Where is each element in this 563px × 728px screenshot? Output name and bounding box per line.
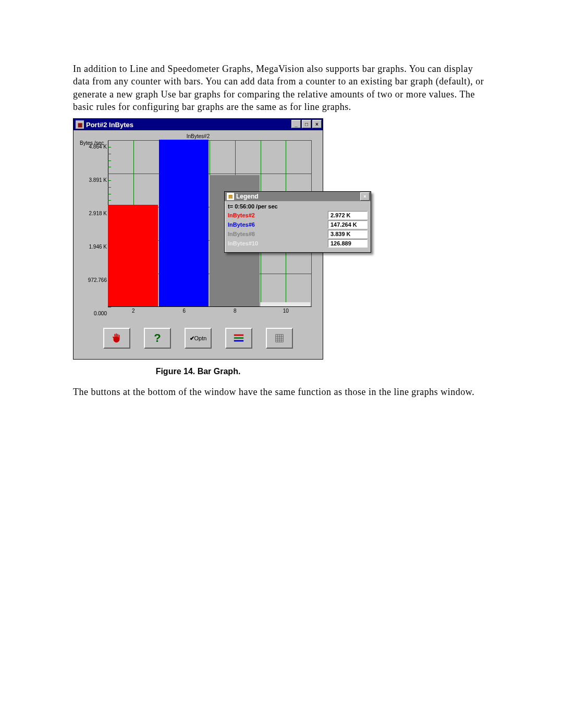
y-tick [108, 140, 111, 141]
y-axis: Bytes /sec 0.000972.7661.946 K2.918 K3.8… [78, 140, 108, 307]
legend-series-name: InBytes#6 [228, 221, 328, 228]
grid-button[interactable] [266, 328, 293, 349]
svg-rect-1 [234, 337, 243, 339]
legend-series-value: 3.839 K [328, 230, 368, 238]
x-tick-label: 2 [132, 308, 135, 314]
legend-app-icon: ▤ [227, 193, 234, 200]
grid-line-horizontal [108, 174, 311, 174]
legend-series-name: InBytes#2 [228, 212, 328, 218]
maximize-button[interactable]: □ [302, 120, 311, 128]
grid-line-horizontal [108, 140, 311, 141]
close-button[interactable]: × [312, 120, 322, 128]
hand-icon [111, 332, 123, 344]
legend-series-name: InBytes#8 [228, 231, 328, 237]
x-tick-label: 10 [283, 308, 289, 314]
legend-row: InBytes#6147.264 K [228, 220, 368, 229]
closing-paragraph: The buttons at the bottom of the window … [73, 386, 490, 398]
y-tick [108, 147, 111, 147]
y-tick [108, 194, 111, 194]
bar-InBytes#6 [159, 140, 209, 306]
y-tick [108, 200, 111, 201]
window-controls: _ □ × [290, 120, 323, 129]
legend-row: InBytes#83.839 K [228, 229, 368, 239]
options-button[interactable]: ✔Optn [185, 328, 212, 349]
legend-series-value: 2.972 K [328, 211, 368, 219]
legend-series-value: 147.264 K [328, 220, 368, 229]
minimize-button[interactable]: _ [291, 120, 301, 128]
bar-InBytes#2 [108, 205, 158, 307]
grid-icon [274, 332, 285, 344]
y-tick [108, 180, 111, 181]
x-tick-label: 6 [182, 308, 186, 314]
y-tick [108, 174, 111, 174]
bar-InBytes#10 [261, 302, 311, 306]
legend-row: InBytes#10126.889 [228, 239, 368, 248]
legend-series-value: 126.889 [328, 239, 368, 248]
stop-button[interactable] [103, 328, 130, 349]
figure-caption: Figure 14. Bar Graph. [73, 367, 323, 376]
y-tick [108, 161, 111, 161]
y-tick [108, 154, 111, 154]
legend-body: t= 0:56:00 /per sec InBytes#22.972 KInBy… [225, 201, 371, 252]
chart-title: InBytes#2 [78, 133, 319, 139]
legend-titlebar[interactable]: ▤ Legend × [225, 192, 371, 201]
intro-paragraph: In addition to Line and Speedometer Grap… [73, 63, 490, 113]
y-tick [108, 187, 111, 188]
legend-time: t= 0:56:00 /per sec [228, 203, 368, 209]
legend-button[interactable] [225, 328, 252, 349]
y-tick-label: 3.891 K [89, 177, 107, 183]
y-tick-label: 1.946 K [89, 244, 107, 250]
legend-icon [233, 332, 244, 344]
y-tick-label: 4.864 K [89, 144, 107, 150]
legend-series-name: InBytes#10 [228, 240, 328, 246]
figure-container: ▦ Port#2 InBytes _ □ × InBytes#2 Bytes /… [73, 118, 323, 360]
y-tick-label: 2.918 K [89, 211, 107, 216]
help-icon: ? [154, 331, 161, 345]
y-tick-label: 972.766 [88, 277, 107, 283]
svg-rect-0 [234, 335, 243, 336]
window-titlebar[interactable]: ▦ Port#2 InBytes _ □ × [74, 119, 323, 130]
options-label: ✔Optn [190, 335, 207, 342]
svg-rect-2 [234, 340, 243, 342]
legend-row: InBytes#22.972 K [228, 211, 368, 220]
x-tick-label: 8 [234, 308, 237, 314]
help-button[interactable]: ? [144, 328, 171, 349]
y-tick [108, 167, 111, 167]
window-app-icon: ▦ [76, 120, 84, 129]
chart-toolbar: ? ✔Optn [78, 328, 319, 349]
x-axis: 26810 [108, 307, 311, 315]
legend-close-button[interactable]: × [360, 192, 370, 201]
window-title: Port#2 InBytes [86, 121, 133, 129]
legend-window[interactable]: ▤ Legend × t= 0:56:00 /per sec InBytes#2… [224, 191, 371, 253]
y-tick-label: 0.000 [94, 311, 107, 316]
legend-title-text: Legend [236, 193, 259, 200]
